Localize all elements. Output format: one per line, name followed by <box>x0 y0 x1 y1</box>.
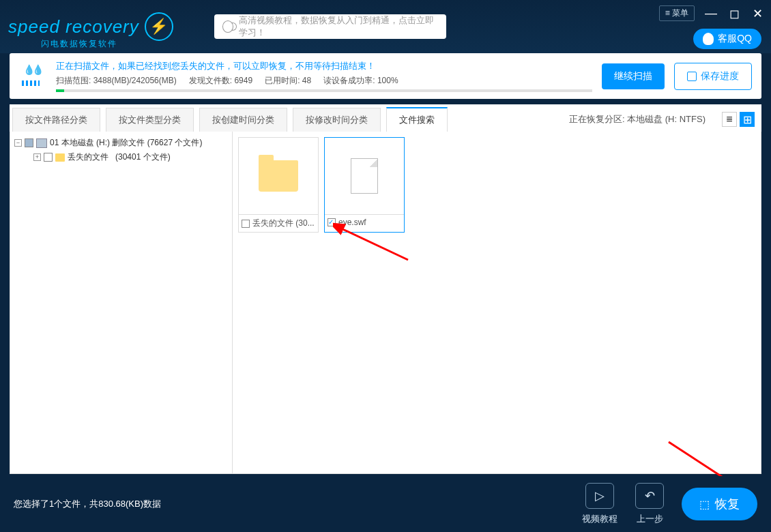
scan-status-panel: 正在扫描文件，如果已经找到您丢失的文件，可以立即恢复，不用等待扫描结束！ 扫描范… <box>10 53 761 99</box>
tree-child-label: 丢失的文件 (30401 个文件) <box>68 151 171 163</box>
back-icon: ↶ <box>635 483 664 509</box>
document-icon <box>351 158 378 194</box>
recover-icon: ⬚ <box>699 498 710 511</box>
file-grid: 丢失的文件 (30... eye.swf <box>233 132 761 473</box>
tree-root-label: 01 本地磁盘 (H:) 删除文件 (76627 个文件) <box>50 137 202 149</box>
play-icon: ▷ <box>585 483 614 509</box>
tree-child-checkbox[interactable] <box>44 153 53 162</box>
scan-icon <box>19 64 46 89</box>
save-icon <box>687 72 697 81</box>
customer-service-button[interactable]: 客服QQ <box>693 29 761 49</box>
file-item-folder[interactable]: 丢失的文件 (30... <box>238 137 319 233</box>
qq-label: 客服QQ <box>718 33 752 45</box>
file-name: 丢失的文件 (30... <box>252 218 315 229</box>
logo-text: speed recovery <box>8 16 139 38</box>
view-toggle: ≡ ⊞ <box>722 112 755 127</box>
filter-tabs: 按文件路径分类 按文件类型分类 按创建时间分类 按修改时间分类 文件搜索 正在恢… <box>10 104 761 132</box>
file-name: eye.swf <box>338 218 366 227</box>
tree-child-item[interactable]: + 丢失的文件 (30401 个文件) <box>14 150 228 164</box>
file-thumbnail <box>325 138 404 214</box>
expand-icon[interactable]: + <box>33 153 41 161</box>
file-checkbox[interactable] <box>328 218 336 226</box>
scan-progress-bar <box>56 89 592 92</box>
logo-subtitle: 闪电数据恢复软件 <box>41 38 117 50</box>
tree-root-checkbox[interactable] <box>25 138 33 147</box>
tree-root-item[interactable]: − 01 本地磁盘 (H:) 删除文件 (76627 个文件) <box>14 136 228 150</box>
continue-scan-button[interactable]: 继续扫描 <box>602 63 665 89</box>
previous-step-button[interactable]: ↶ 上一步 <box>635 483 664 525</box>
tab-by-modify-time[interactable]: 按修改时间分类 <box>293 108 381 132</box>
tab-file-search[interactable]: 文件搜索 <box>386 107 448 132</box>
video-tutorial-button[interactable]: ▷ 视频教程 <box>582 483 617 525</box>
footer-actions: ▷ 视频教程 ↶ 上一步 ⬚ 恢复 <box>582 483 757 525</box>
status-details: 扫描范围: 3488(MB)/242056(MB) 发现文件数: 6949 已用… <box>56 75 592 87</box>
file-checkbox[interactable] <box>242 220 250 228</box>
folder-icon <box>55 153 65 162</box>
selection-status: 您选择了1个文件，共830.68(KB)数据 <box>14 498 161 510</box>
main-content: − 01 本地磁盘 (H:) 删除文件 (76627 个文件) + 丢失的文件 … <box>10 132 761 474</box>
folder-thumbnail <box>239 138 318 214</box>
tab-by-create-time[interactable]: 按创建时间分类 <box>199 108 287 132</box>
collapse-icon[interactable]: − <box>14 139 22 147</box>
tab-by-path[interactable]: 按文件路径分类 <box>12 108 100 132</box>
logo: speed recovery ⚡ <box>8 12 173 41</box>
tutorial-text: 高清视频教程，数据恢复从入门到精通，点击立即学习！ <box>239 14 438 39</box>
save-progress-button[interactable]: 保存进度 <box>674 63 752 90</box>
status-text: 正在扫描文件，如果已经找到您丢失的文件，可以立即恢复，不用等待扫描结束！ 扫描范… <box>56 60 592 92</box>
drive-icon <box>36 138 47 148</box>
tutorial-banner[interactable]: 高清视频教程，数据恢复从入门到精通，点击立即学习！ <box>214 14 446 39</box>
file-tree-panel: − 01 本地磁盘 (H:) 删除文件 (76627 个文件) + 丢失的文件 … <box>10 132 233 473</box>
titlebar: speed recovery ⚡ 闪电数据恢复软件 高清视频教程，数据恢复从入门… <box>0 0 771 53</box>
recover-button[interactable]: ⬚ 恢复 <box>682 488 757 520</box>
scan-progress-fill <box>56 89 64 92</box>
status-message: 正在扫描文件，如果已经找到您丢失的文件，可以立即恢复，不用等待扫描结束！ <box>56 60 592 72</box>
speaker-icon <box>222 20 233 33</box>
file-item-eye-swf[interactable]: eye.swf <box>324 137 405 233</box>
folder-icon <box>259 160 298 192</box>
close-button[interactable]: ✕ <box>751 7 764 20</box>
footer: 您选择了1个文件，共830.68(KB)数据 ▷ 视频教程 ↶ 上一步 ⬚ 恢复 <box>0 476 771 532</box>
grid-view-button[interactable]: ⊞ <box>740 112 755 127</box>
qq-icon <box>703 33 714 45</box>
tab-by-type[interactable]: 按文件类型分类 <box>106 108 194 132</box>
partition-info: 正在恢复分区: 本地磁盘 (H: NTFS) <box>558 108 716 131</box>
menu-button[interactable]: ≡ 菜单 <box>659 5 695 21</box>
list-view-button[interactable]: ≡ <box>722 112 737 127</box>
window-controls: ≡ 菜单 — ◻ ✕ <box>659 5 764 21</box>
maximize-button[interactable]: ◻ <box>727 7 741 20</box>
logo-bolt-icon: ⚡ <box>145 12 173 41</box>
minimize-button[interactable]: — <box>704 7 718 20</box>
